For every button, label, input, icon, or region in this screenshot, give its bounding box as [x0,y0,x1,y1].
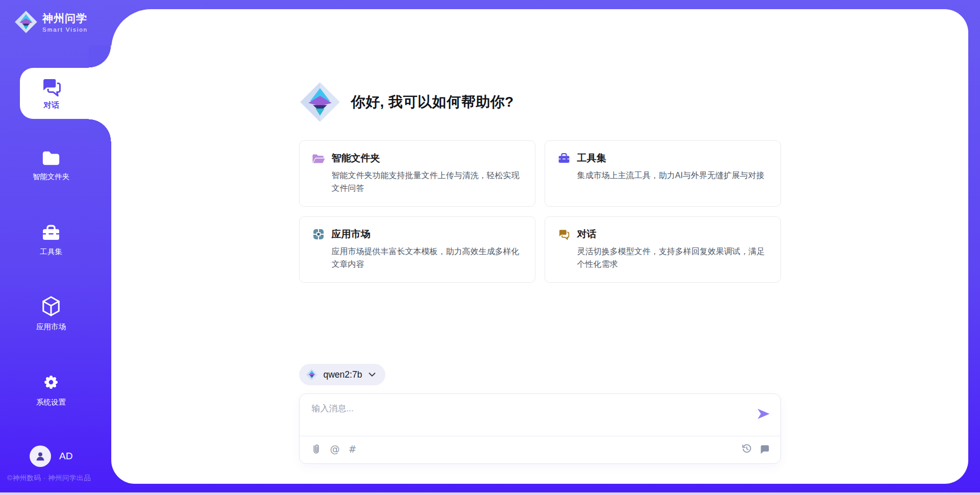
user-initials: AD [59,451,72,462]
message-composer: @ # [299,393,781,464]
greeting-title: 你好, 我可以如何帮助你? [351,92,514,112]
card-smart-folder[interactable]: 智能文件夹 智能文件夹功能支持批量文件上传与清洗，轻松实现文件问答 [299,140,535,207]
sidebar-item-app-market[interactable]: 应用市场 [0,295,102,332]
folder-open-icon [312,152,325,165]
card-description: 智能文件夹功能支持批量文件上传与清洗，轻松实现文件问答 [332,169,523,195]
sidebar-item-label: 应用市场 [36,322,66,332]
toolbox-icon [557,152,571,165]
model-gem-icon [306,368,318,381]
composer-divider [300,436,780,436]
card-title: 应用市场 [332,228,371,241]
person-icon [34,450,46,462]
toolbox-icon [41,224,61,242]
sidebar-item-toolset[interactable]: 工具集 [0,224,102,257]
history-icon [741,443,752,454]
history-button[interactable] [741,443,752,454]
card-description: 集成市场上主流工具，助力AI与外界无缝扩展与对接 [577,169,768,182]
conversation-button[interactable] [760,443,770,454]
feature-cards: 智能文件夹 智能文件夹功能支持批量文件上传与清洗，轻松实现文件问答 工具集 集成… [299,140,781,283]
avatar [30,445,51,467]
model-selector[interactable]: qwen2:7b [299,364,386,385]
at-icon: @ [330,444,340,454]
card-toolset[interactable]: 工具集 集成市场上主流工具，助力AI与外界无缝扩展与对接 [545,140,781,207]
card-chat[interactable]: 对话 灵活切换多模型文件，支持多样回复效果调试，满足个性化需求 [545,216,781,283]
app-logo: 神州问学 Smart Vision [14,10,88,34]
hash-icon: # [349,444,357,454]
message-input[interactable] [300,394,744,435]
brand-gem-icon [14,10,38,34]
sidebar-item-settings[interactable]: 系统设置 [0,372,102,407]
card-app-market[interactable]: 应用市场 应用市场提供丰富长文本模板，助力高效生成多样化文章内容 [299,216,535,283]
gear-icon [41,372,61,392]
card-title: 工具集 [577,152,606,165]
paperclip-icon [311,443,322,456]
chat-bubbles-icon [40,76,63,97]
sidebar-item-smart-folder[interactable]: 智能文件夹 [0,150,102,182]
sidebar: 神州问学 Smart Vision 对话 智能文件夹 工具集 应用市场 系统设置… [0,0,111,495]
model-name: qwen2:7b [324,369,362,380]
send-icon [756,407,771,421]
sidebar-item-label: 对话 [44,100,60,111]
sidebar-item-label: 系统设置 [36,398,66,407]
greeting: 你好, 我可以如何帮助你? [299,81,514,123]
chevron-down-icon [367,369,377,380]
cube-icon [41,295,61,317]
mention-button[interactable]: @ [330,444,340,454]
attach-file-button[interactable] [311,443,322,456]
app-subtitle: Smart Vision [42,27,88,33]
card-description: 灵活切换多模型文件，支持多样回复效果调试，满足个性化需求 [577,245,768,271]
user-profile[interactable]: AD [30,445,72,467]
copyright-text: ©神州数码 · 神州问学出品 [7,474,91,483]
app-title: 神州问学 [42,11,88,26]
card-description: 应用市场提供丰富长文本模板，助力高效生成多样化文章内容 [332,245,523,271]
sidebar-item-label: 智能文件夹 [33,172,70,182]
bottom-edge [0,492,980,495]
chat-bubbles-icon [557,228,571,241]
card-title: 对话 [577,228,597,241]
sidebar-item-chat[interactable]: 对话 [20,68,116,119]
grid-icon [312,228,325,241]
folder-icon [41,150,61,167]
card-title: 智能文件夹 [332,152,380,165]
chat-square-icon [760,443,770,454]
sidebar-item-label: 工具集 [40,247,62,257]
send-button[interactable] [756,407,771,422]
greeting-gem-icon [299,81,341,123]
topic-button[interactable]: # [349,444,357,454]
